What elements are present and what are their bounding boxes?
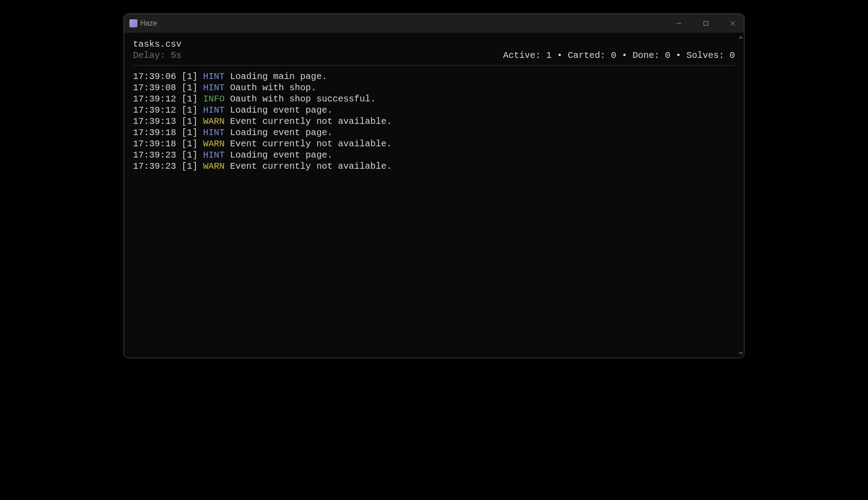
active-label: Active: xyxy=(503,50,541,61)
close-icon xyxy=(730,21,735,26)
log-level: WARN xyxy=(203,139,225,149)
log-line: 17:39:18 [1] HINT Loading event page. xyxy=(133,127,735,138)
log-level: INFO xyxy=(203,94,225,104)
svg-rect-1 xyxy=(704,22,708,26)
minimize-button[interactable] xyxy=(672,17,686,30)
log-line: 17:39:06 [1] HINT Loading main page. xyxy=(133,71,735,82)
log-time: 17:39:12 xyxy=(133,94,176,104)
log-line: 17:39:13 [1] WARN Event currently not av… xyxy=(133,116,735,127)
log-level: HINT xyxy=(203,83,225,93)
log-line: 17:39:23 [1] WARN Event currently not av… xyxy=(133,161,735,172)
done-value: 0 xyxy=(665,50,670,61)
log-message: Event currently not available. xyxy=(230,139,392,149)
app-title: Haze xyxy=(140,19,157,27)
titlebar-left: Haze xyxy=(129,19,157,27)
log-line: 17:39:18 [1] WARN Event currently not av… xyxy=(133,138,735,149)
scroll-down-icon[interactable] xyxy=(739,352,743,355)
log-task-id: [1] xyxy=(182,105,198,115)
stats-sep: • xyxy=(552,50,568,61)
log-time: 17:39:18 xyxy=(133,127,176,138)
log-container: 17:39:06 [1] HINT Loading main page.17:3… xyxy=(133,71,735,172)
close-button[interactable] xyxy=(726,17,740,30)
log-message: Event currently not available. xyxy=(230,116,392,127)
log-line: 17:39:23 [1] HINT Loading event page. xyxy=(133,149,735,161)
log-task-id: [1] xyxy=(182,150,198,160)
status-row: Delay: 5s Active: 1 • Carted: 0 • Done: … xyxy=(133,50,735,66)
filename-label: tasks.csv xyxy=(133,39,182,49)
window-controls xyxy=(672,17,740,30)
maximize-button[interactable] xyxy=(699,17,713,30)
log-time: 17:39:18 xyxy=(133,139,176,149)
log-line: 17:39:12 [1] INFO Oauth with shop succes… xyxy=(133,93,735,105)
carted-value: 0 xyxy=(611,50,616,61)
log-message: Event currently not available. xyxy=(230,161,392,171)
titlebar: Haze xyxy=(124,14,744,33)
active-value: 1 xyxy=(546,50,552,61)
log-task-id: [1] xyxy=(182,83,198,93)
app-window: Haze tasks.csv Delay: 5s Active: 1 • Car… xyxy=(124,13,744,358)
log-level: HINT xyxy=(203,127,225,138)
log-line: 17:39:08 [1] HINT Oauth with shop. xyxy=(133,82,735,93)
log-message: Loading event page. xyxy=(230,127,332,138)
log-time: 17:39:13 xyxy=(133,116,176,127)
log-task-id: [1] xyxy=(182,127,198,138)
log-message: Loading event page. xyxy=(230,150,332,160)
log-level: WARN xyxy=(203,116,225,127)
log-task-id: [1] xyxy=(182,116,198,127)
header-row: tasks.csv xyxy=(133,39,735,49)
scroll-up-icon[interactable] xyxy=(739,35,743,39)
maximize-icon xyxy=(703,21,709,26)
log-time: 17:39:06 xyxy=(133,71,176,82)
app-icon xyxy=(129,19,137,27)
log-level: HINT xyxy=(203,105,225,115)
log-message: Loading main page. xyxy=(230,71,327,82)
log-task-id: [1] xyxy=(182,161,198,171)
log-message: Oauth with shop successful. xyxy=(230,94,376,104)
scrollbar[interactable] xyxy=(738,33,743,358)
solves-label: Solves: xyxy=(686,50,724,61)
log-time: 17:39:08 xyxy=(133,83,176,93)
log-time: 17:39:23 xyxy=(133,161,176,171)
minimize-icon xyxy=(676,21,682,26)
delay-label: Delay: 5s xyxy=(133,50,182,61)
log-level: WARN xyxy=(203,161,225,171)
stats-sep: • xyxy=(670,50,686,61)
carted-label: Carted: xyxy=(568,50,606,61)
log-task-id: [1] xyxy=(182,139,198,149)
log-level: HINT xyxy=(203,71,225,82)
content-area: tasks.csv Delay: 5s Active: 1 • Carted: … xyxy=(124,33,744,358)
log-message: Loading event page. xyxy=(230,105,332,115)
log-time: 17:39:23 xyxy=(133,150,176,160)
log-message: Oauth with shop. xyxy=(230,83,316,93)
stats-sep: • xyxy=(616,50,633,61)
log-task-id: [1] xyxy=(182,71,198,82)
log-line: 17:39:12 [1] HINT Loading event page. xyxy=(133,105,735,116)
log-time: 17:39:12 xyxy=(133,105,176,115)
log-task-id: [1] xyxy=(182,94,198,104)
done-label: Done: xyxy=(633,50,660,61)
log-level: HINT xyxy=(203,150,225,160)
stats-line: Active: 1 • Carted: 0 • Done: 0 • Solves… xyxy=(503,50,735,61)
solves-value: 0 xyxy=(730,50,735,61)
